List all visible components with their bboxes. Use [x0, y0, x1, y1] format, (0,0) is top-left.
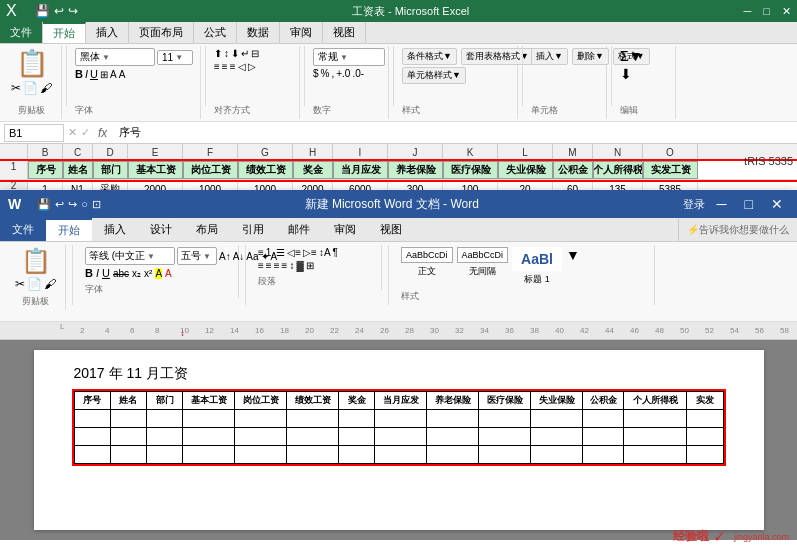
word-tab-insert[interactable]: 插入: [92, 218, 138, 241]
font-color-button[interactable]: A: [119, 69, 126, 80]
align-right-icon[interactable]: ≡: [230, 61, 236, 72]
excel-tab-insert[interactable]: 插入: [86, 22, 129, 43]
col-E[interactable]: E: [128, 144, 183, 160]
cell-reference[interactable]: B1: [4, 124, 64, 142]
excel-tab-review[interactable]: 审阅: [280, 22, 323, 43]
italic-button[interactable]: I: [85, 68, 88, 80]
align-left-icon[interactable]: ≡: [214, 61, 220, 72]
cell-E1[interactable]: 基本工资: [128, 161, 183, 179]
word-undo-icon[interactable]: ↩: [55, 198, 64, 211]
style-heading1-box[interactable]: AaBl 标题 1: [512, 247, 562, 286]
word-align-left-icon[interactable]: ≡: [258, 260, 264, 271]
col-G[interactable]: G: [238, 144, 293, 160]
word-superscript-btn[interactable]: x²: [144, 268, 152, 279]
cell-G1[interactable]: 绩效工资: [238, 161, 293, 179]
styles-expand-icon[interactable]: ▼: [566, 247, 580, 263]
word-login[interactable]: 登录: [683, 197, 705, 212]
word-minimize[interactable]: ─: [711, 196, 733, 212]
format-painter-icon[interactable]: 🖌: [40, 81, 52, 95]
word-tab-reference[interactable]: 引用: [230, 218, 276, 241]
excel-minimize[interactable]: ─: [744, 5, 752, 17]
merge-center-icon[interactable]: ⊟: [251, 48, 259, 59]
word-cut-icon[interactable]: ✂: [15, 277, 25, 291]
col-O[interactable]: O: [643, 144, 698, 160]
cell-C1[interactable]: 姓名: [63, 161, 93, 179]
word-strikethrough-btn[interactable]: abc: [113, 268, 129, 279]
fill-icon[interactable]: ⬇: [620, 66, 632, 82]
conditional-format-btn[interactable]: 条件格式▼: [402, 48, 457, 65]
word-bullets-icon[interactable]: ≡: [258, 247, 264, 258]
style-normal-box[interactable]: AaBbCcDi 正文: [401, 247, 453, 278]
word-italic-btn[interactable]: I: [96, 267, 99, 279]
col-D[interactable]: D: [93, 144, 128, 160]
cell-style-btn[interactable]: 单元格样式▼: [402, 67, 466, 84]
cell-M1[interactable]: 公积金: [553, 161, 593, 179]
paste-icon[interactable]: 📋: [16, 48, 48, 79]
word-save-icon[interactable]: 💾: [37, 198, 51, 211]
excel-tab-data[interactable]: 数据: [237, 22, 280, 43]
word-line-spacing-icon[interactable]: ↕: [289, 260, 294, 271]
align-bottom-icon[interactable]: ⬇: [231, 48, 239, 59]
style-no-spacing-box[interactable]: AaBbCcDi 无间隔: [457, 247, 509, 278]
word-indent-decrease-icon[interactable]: ◁≡: [287, 247, 301, 258]
excel-tab-view[interactable]: 视图: [323, 22, 366, 43]
excel-close[interactable]: ✕: [782, 5, 791, 18]
word-border-icon[interactable]: ⊞: [306, 260, 314, 271]
word-more-icon[interactable]: ⊡: [92, 198, 101, 211]
bold-button[interactable]: B: [75, 68, 83, 80]
word-font-color-btn[interactable]: A: [165, 268, 172, 279]
col-F[interactable]: F: [183, 144, 238, 160]
indent-decrease-icon[interactable]: ◁: [238, 61, 246, 72]
excel-tab-home[interactable]: 开始: [43, 22, 86, 43]
word-align-right-icon[interactable]: ≡: [274, 260, 280, 271]
word-shape-icon[interactable]: ○: [81, 198, 88, 211]
word-font-grow-icon[interactable]: A↑: [219, 251, 231, 262]
col-L[interactable]: L: [498, 144, 553, 160]
word-tab-design[interactable]: 设计: [138, 218, 184, 241]
word-underline-btn[interactable]: U: [102, 267, 110, 279]
currency-icon[interactable]: $: [313, 68, 319, 79]
align-top-icon[interactable]: ⬆: [214, 48, 222, 59]
word-tab-file[interactable]: 文件: [0, 218, 46, 241]
word-format-painter-icon[interactable]: 🖌: [44, 277, 56, 291]
word-indent-increase-icon[interactable]: ▷≡: [303, 247, 317, 258]
col-K[interactable]: K: [443, 144, 498, 160]
insert-btn[interactable]: 插入▼: [531, 48, 568, 65]
word-tab-review[interactable]: 审阅: [322, 218, 368, 241]
align-middle-icon[interactable]: ↕: [224, 48, 229, 59]
excel-tab-formula[interactable]: 公式: [194, 22, 237, 43]
redo-icon[interactable]: ↪: [68, 4, 78, 18]
word-multilevel-icon[interactable]: ☰: [276, 247, 285, 258]
word-maximize[interactable]: □: [739, 196, 759, 212]
word-justify-icon[interactable]: ≡: [282, 260, 288, 271]
col-H[interactable]: H: [293, 144, 333, 160]
delete-btn[interactable]: 删除▼: [572, 48, 609, 65]
col-B[interactable]: B: [28, 144, 63, 160]
word-align-center-icon[interactable]: ≡: [266, 260, 272, 271]
word-close[interactable]: ✕: [765, 196, 789, 212]
align-center-icon[interactable]: ≡: [222, 61, 228, 72]
word-font-size-dropdown[interactable]: 五号 ▼: [177, 247, 217, 265]
col-J[interactable]: J: [388, 144, 443, 160]
cell-H1[interactable]: 奖金: [293, 161, 333, 179]
word-font-name-dropdown[interactable]: 等线 (中文正 ▼: [85, 247, 175, 265]
word-hint[interactable]: ⚡ 告诉我你想要做什么: [678, 218, 797, 241]
decimal-decrease-icon[interactable]: .0-: [352, 68, 364, 79]
cell-F1[interactable]: 岗位工资: [183, 161, 238, 179]
word-tab-home[interactable]: 开始: [46, 218, 92, 241]
formula-content[interactable]: 序号: [115, 125, 793, 140]
word-bold-btn[interactable]: B: [85, 267, 93, 279]
col-N[interactable]: N: [593, 144, 643, 160]
word-tab-layout[interactable]: 布局: [184, 218, 230, 241]
word-paste-icon[interactable]: 📋: [21, 247, 51, 275]
cell-O1[interactable]: 实发工资: [643, 161, 698, 179]
col-M[interactable]: M: [553, 144, 593, 160]
word-numbering-icon[interactable]: 1.: [266, 247, 274, 258]
fill-color-button[interactable]: A: [110, 69, 117, 80]
cut-icon[interactable]: ✂: [11, 81, 21, 95]
save-icon[interactable]: 💾: [35, 4, 50, 18]
excel-tab-layout[interactable]: 页面布局: [129, 22, 194, 43]
word-copy-icon[interactable]: 📄: [27, 277, 42, 291]
word-font-shrink-icon[interactable]: A↓: [233, 251, 245, 262]
border-button[interactable]: ⊞: [100, 69, 108, 80]
